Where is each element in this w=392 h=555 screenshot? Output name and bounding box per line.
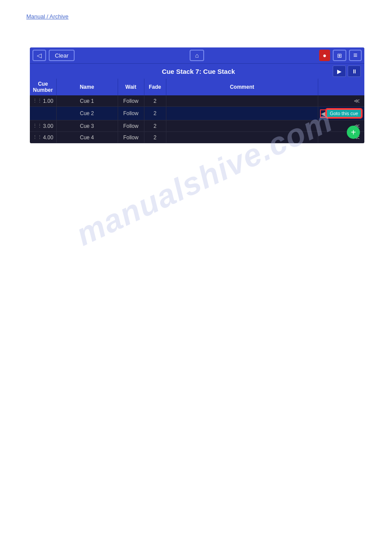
cue-wait-cell[interactable]: Follow (118, 107, 144, 120)
cue-number-value: 4.00 (43, 134, 53, 141)
drag-handle-icon: ⋮⋮ (32, 134, 42, 140)
cue-actions-cell: ≪ (318, 95, 364, 107)
cue-number-cell: ⋮⋮3.00 (30, 120, 56, 132)
cue-name-cell[interactable]: Cue 3 (56, 120, 118, 132)
drag-handle-icon: ⋮⋮ (32, 123, 42, 129)
top-link[interactable]: Manual / Archive (26, 13, 68, 20)
cue-number-cell: ⋮⋮4.00 (30, 132, 56, 143)
cue-wait-cell[interactable]: Follow (118, 132, 144, 143)
drag-handle-icon: ⋮⋮ (32, 98, 42, 104)
cue-fade-cell[interactable]: 2 (144, 107, 166, 120)
cue-table: Cue Number Name Wait Fade Comment ⋮⋮1.00… (30, 79, 364, 143)
table-row: ⋮⋮1.00Cue 1Follow2 ≪ (30, 95, 364, 107)
title-bar: Cue Stack 7: Cue Stack ▶ ⏸ (30, 63, 364, 79)
cue-table-body: ⋮⋮1.00Cue 1Follow2 ≪ Cue 2Follow2 ◀ Goto… (30, 95, 364, 143)
toolbar-right: ● ⊞ ≡ (319, 50, 362, 61)
cue-name-cell[interactable]: Cue 1 (56, 95, 118, 107)
cue-comment-cell[interactable] (166, 95, 318, 107)
cue-name-cell[interactable]: Cue 2 (56, 107, 118, 120)
col-header-actions (318, 79, 364, 95)
home-button[interactable]: ⌂ (190, 50, 204, 61)
table-header-row: Cue Number Name Wait Fade Comment (30, 79, 364, 95)
cue-wait-cell[interactable]: Follow (118, 95, 144, 107)
grid-button[interactable]: ⊞ (333, 50, 346, 61)
cue-number-value: 1.00 (43, 98, 53, 104)
table-row: ⋮⋮4.00Cue 4Follow2 ≪ (30, 132, 364, 143)
col-header-comment: Comment (166, 79, 318, 95)
pause-button[interactable]: ⏸ (348, 65, 361, 77)
add-cue-button[interactable]: + (347, 126, 360, 139)
title-controls: ▶ ⏸ (333, 65, 361, 77)
back-button[interactable]: ◁ (32, 50, 46, 61)
cue-fade-cell[interactable]: 2 (144, 95, 166, 107)
table-row: Cue 2Follow2 ◀ Goto this cue (30, 107, 364, 120)
clear-button[interactable]: Clear (49, 50, 75, 61)
play-button[interactable]: ▶ (333, 65, 346, 77)
row-skip-button[interactable]: ≪ (352, 98, 362, 104)
cue-fade-cell[interactable]: 2 (144, 132, 166, 143)
cue-fade-cell[interactable]: 2 (144, 120, 166, 132)
table-container: Cue Number Name Wait Fade Comment ⋮⋮1.00… (30, 79, 364, 143)
cue-number-cell (30, 107, 56, 120)
cue-comment-cell[interactable] (166, 132, 318, 143)
cue-comment-cell[interactable] (166, 107, 318, 120)
arrow-left-button[interactable]: ◀ (321, 110, 325, 117)
col-header-cue-number: Cue Number (30, 79, 56, 95)
goto-cue-button[interactable]: Goto this cue (326, 109, 362, 118)
record-button[interactable]: ● (319, 50, 330, 61)
cue-name-cell[interactable]: Cue 4 (56, 132, 118, 143)
cue-number-value: 3.00 (43, 123, 53, 129)
menu-button[interactable]: ≡ (349, 50, 362, 61)
col-header-name: Name (56, 79, 118, 95)
table-row: ⋮⋮3.00Cue 3Follow2 ≪ (30, 120, 364, 132)
cue-actions-cell: ◀ Goto this cue (318, 107, 364, 120)
toolbar: ◁ Clear ⌂ ● ⊞ ≡ (30, 47, 364, 63)
cue-wait-cell[interactable]: Follow (118, 120, 144, 132)
col-header-wait: Wait (118, 79, 144, 95)
cue-number-cell: ⋮⋮1.00 (30, 95, 56, 107)
cue-comment-cell[interactable] (166, 120, 318, 132)
app-container: ◁ Clear ⌂ ● ⊞ ≡ Cue Stack 7: Cue Stack ▶… (30, 47, 364, 143)
col-header-fade: Fade (144, 79, 166, 95)
page-title: Cue Stack 7: Cue Stack (64, 68, 333, 75)
